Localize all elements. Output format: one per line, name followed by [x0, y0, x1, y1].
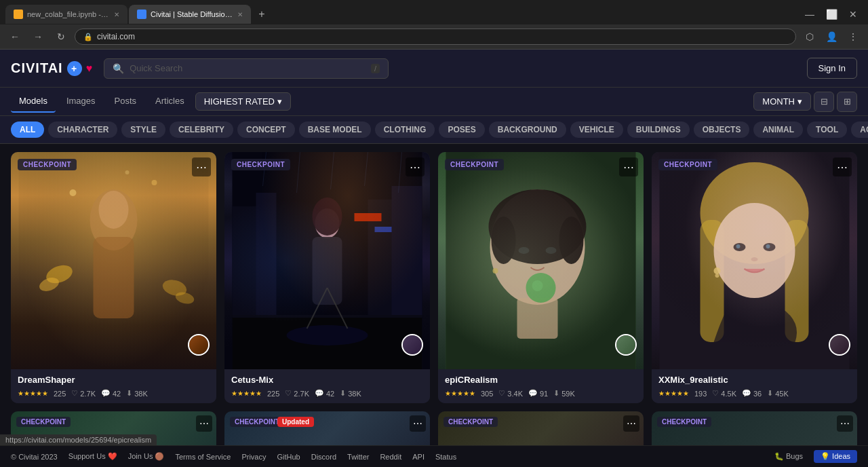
logo-plus-button[interactable]: +	[67, 61, 82, 76]
logo[interactable]: CIVITAI + ♥	[11, 60, 93, 76]
logo-heart-icon[interactable]: ♥	[86, 62, 94, 75]
tab-civitai[interactable]: Civitai | Stable Diffusion models... ✕	[129, 5, 251, 24]
model-card-dreamshaper[interactable]: CHECKPOINT ⋯	[11, 152, 216, 403]
profile-button[interactable]: 👤	[822, 27, 841, 46]
footer-discord[interactable]: Discord	[311, 453, 336, 461]
footer-support[interactable]: Support Us ❤️	[68, 452, 117, 461]
card-avatar-2	[401, 334, 423, 356]
model-card-epicrealism[interactable]: CHECKPOINT ⋯	[438, 152, 644, 403]
svg-rect-22	[313, 237, 342, 305]
card-menu-button-3[interactable]: ⋯	[619, 157, 638, 176]
svg-point-55	[715, 274, 719, 278]
extensions-button[interactable]: ⬡	[800, 27, 819, 46]
pill-poses[interactable]: POSES	[439, 122, 484, 138]
svg-point-49	[734, 243, 746, 251]
card-stats-4: ★★★★★ 193 ♡ 4.5K 💬 36 ⬇ 45K	[658, 389, 850, 398]
svg-point-36	[559, 217, 584, 264]
browser-actions: ⬡ 👤 ⋮	[800, 27, 863, 46]
pill-all[interactable]: ALL	[11, 122, 44, 138]
svg-point-9	[152, 180, 157, 185]
footer-ideas-button[interactable]: 💡 Ideas	[814, 450, 857, 463]
pill-buildings[interactable]: BUILDINGS	[627, 122, 690, 138]
card-menu-button-1[interactable]: ⋯	[192, 157, 211, 176]
refresh-button[interactable]: ↻	[52, 27, 71, 46]
checkpoint-badge-2: CHECKPOINT	[231, 159, 290, 170]
nav-tab-posts[interactable]: Posts	[106, 90, 145, 113]
bottom-menu-1[interactable]: ⋯	[196, 415, 212, 432]
pill-celebrity[interactable]: CELEBRITY	[170, 122, 233, 138]
nav-tab-images[interactable]: Images	[58, 90, 104, 113]
footer-api[interactable]: API	[412, 453, 425, 461]
app-header: CIVITAI + ♥ 🔍 Quick Search / Sign In	[0, 50, 868, 88]
footer-bugs-button[interactable]: 🐛 Bugs	[774, 452, 803, 461]
maximize-button[interactable]: ⬜	[822, 5, 841, 24]
address-field[interactable]: 🔒 civitai.com	[75, 29, 796, 45]
logo-text: CIVITAI	[11, 60, 63, 76]
filter-chevron-icon: ▾	[277, 96, 282, 107]
svg-rect-44	[660, 152, 850, 369]
footer-join[interactable]: Join Us 🟤	[128, 452, 165, 461]
nav-tab-models[interactable]: Models	[11, 90, 56, 113]
pill-character[interactable]: CHARACTER	[48, 122, 117, 138]
footer-twitter[interactable]: Twitter	[347, 453, 369, 461]
nav-tab-articles[interactable]: Articles	[147, 90, 193, 113]
card-menu-button-2[interactable]: ⋯	[406, 157, 425, 176]
svg-point-40	[526, 273, 556, 303]
tab-close-civitai[interactable]: ✕	[237, 11, 243, 18]
search-bar[interactable]: 🔍 Quick Search /	[104, 58, 389, 79]
pill-action[interactable]: ACTION	[851, 122, 868, 138]
card-title-4: XXMix_9realistic	[658, 375, 850, 385]
heart-icon-1: ♡	[71, 389, 78, 398]
pill-clothing[interactable]: CLOTHING	[375, 122, 435, 138]
download-icon-4: ⬇	[767, 389, 773, 398]
filter-icon-button[interactable]: ⊟	[814, 92, 834, 112]
highest-rated-filter[interactable]: HIGHEST RATED ▾	[195, 92, 291, 111]
close-button[interactable]: ✕	[844, 5, 863, 24]
svg-rect-0	[19, 152, 209, 369]
pill-style[interactable]: STYLE	[121, 122, 165, 138]
model-card-cetus-mix[interactable]: CHECKPOINT ⋯	[224, 152, 430, 403]
back-button[interactable]: ←	[5, 27, 24, 46]
pill-vehicle[interactable]: VEHICLE	[570, 122, 623, 138]
pill-base-model[interactable]: BASE MODEL	[299, 122, 371, 138]
model-card-xxmix[interactable]: CHECKPOINT ⋯	[652, 152, 857, 403]
tab-close-colab[interactable]: ✕	[114, 11, 119, 18]
forward-button[interactable]: →	[28, 27, 47, 46]
tab-bar: new_colab_file.ipynb - Collabora... ✕ Ci…	[0, 0, 868, 24]
card-comments-4: 💬 36	[742, 389, 762, 398]
svg-rect-32	[446, 152, 636, 369]
svg-rect-11	[233, 152, 422, 369]
card-avatar-3	[615, 334, 637, 356]
footer-terms[interactable]: Terms of Service	[175, 453, 231, 461]
download-icon-3: ⬇	[553, 389, 559, 398]
svg-point-10	[125, 170, 130, 174]
bottom-menu-2[interactable]: ⋯	[410, 415, 426, 432]
tab-colab[interactable]: new_colab_file.ipynb - Collabora... ✕	[5, 5, 127, 24]
pill-animal[interactable]: ANIMAL	[753, 122, 803, 138]
pill-background[interactable]: BACKGROUND	[489, 122, 566, 138]
pill-concept[interactable]: CONCEPT	[237, 122, 295, 138]
minimize-button[interactable]: —	[800, 5, 819, 24]
layout-icon-button[interactable]: ⊞	[837, 92, 857, 112]
footer-reddit[interactable]: Reddit	[380, 453, 401, 461]
category-bar: ALL CHARACTER STYLE CELEBRITY CONCEPT BA…	[0, 116, 868, 144]
bottom-menu-4[interactable]: ⋯	[837, 415, 853, 432]
svg-line-28	[331, 152, 334, 189]
card-bottom-1: DreamShaper ★★★★★ 225 ♡ 2.7K 💬 42 ⬇ 38K	[11, 369, 216, 403]
svg-point-38	[546, 247, 557, 254]
download-icon-1: ⬇	[126, 389, 132, 398]
svg-rect-47	[785, 220, 809, 342]
pill-tool[interactable]: TOOL	[807, 122, 847, 138]
bottom-menu-3[interactable]: ⋯	[623, 415, 639, 432]
footer-privacy[interactable]: Privacy	[241, 453, 266, 461]
pill-objects[interactable]: OBJECTS	[694, 122, 750, 138]
card-menu-button-4[interactable]: ⋯	[833, 157, 852, 176]
sign-in-button[interactable]: Sign In	[807, 58, 857, 79]
period-selector[interactable]: MONTH ▾	[753, 92, 811, 111]
footer-github[interactable]: GitHub	[277, 453, 300, 461]
new-tab-button[interactable]: +	[252, 5, 271, 24]
card-downloads-4: ⬇ 45K	[767, 389, 789, 398]
card3-image	[438, 152, 644, 369]
footer-status[interactable]: Status	[435, 453, 456, 461]
more-button[interactable]: ⋮	[844, 27, 863, 46]
